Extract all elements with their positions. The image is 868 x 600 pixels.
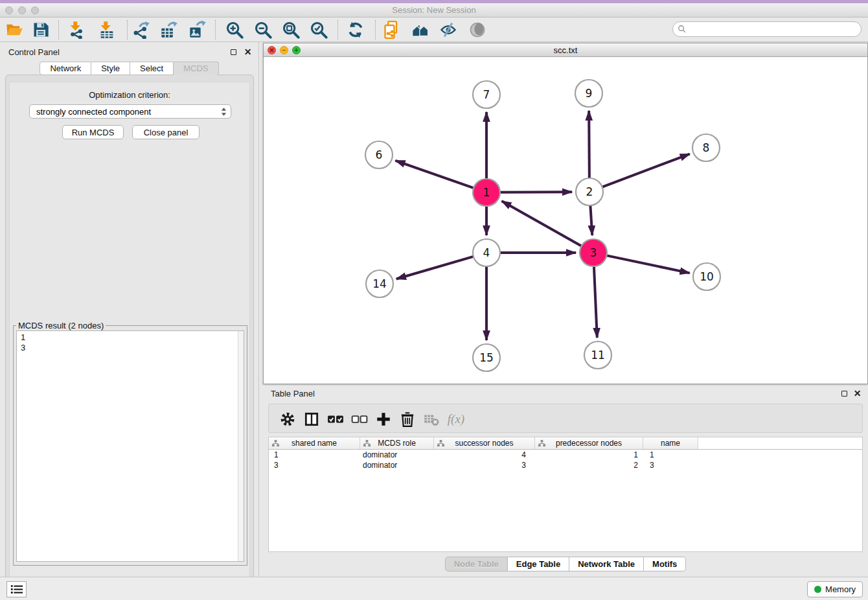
tab-edge-table[interactable]: Edge Table: [508, 557, 569, 571]
tab-network-table[interactable]: Network Table: [569, 557, 644, 571]
export-network-button[interactable]: [131, 19, 152, 40]
tab-style[interactable]: Style: [91, 62, 130, 75]
tab-motifs[interactable]: Motifs: [644, 557, 686, 571]
graph-edge-4-14[interactable]: [396, 257, 474, 279]
column-header-predecessor-nodes[interactable]: predecessor nodes: [535, 437, 643, 449]
graph-edge-3-11[interactable]: [594, 266, 597, 338]
column-header-mcds-role[interactable]: MCDS role: [360, 437, 434, 449]
graph-edge-1-2[interactable]: [500, 192, 572, 192]
table-panel: Table Panel ✕: [263, 386, 868, 577]
zoom-selected-button[interactable]: [308, 19, 329, 40]
network-graph[interactable]: 1234678910111415: [264, 57, 867, 384]
zoom-in-button[interactable]: [224, 19, 245, 40]
graph-edge-2-8[interactable]: [602, 154, 690, 187]
table-row[interactable]: 3dominator323: [269, 460, 862, 470]
graph-node-3[interactable]: 3: [580, 239, 607, 266]
graph-node-14[interactable]: 14: [366, 270, 393, 297]
graph-node-6[interactable]: 6: [365, 141, 393, 168]
table-cell[interactable]: 2: [535, 460, 643, 470]
table-row[interactable]: 1dominator411: [269, 450, 862, 460]
hide-selected-button[interactable]: [438, 19, 459, 40]
deselect-all-icon: [351, 411, 368, 428]
columns-icon: [303, 411, 320, 428]
table-cell[interactable]: 3: [643, 460, 698, 470]
float-panel-icon[interactable]: [229, 48, 238, 56]
mcds-result-box: 1 3: [16, 330, 244, 562]
save-session-button[interactable]: [30, 19, 51, 40]
mcds-result-scrollbar[interactable]: [238, 331, 244, 561]
select-all-button[interactable]: [325, 408, 347, 430]
graph-node-8[interactable]: 8: [692, 134, 720, 161]
mcds-result-text[interactable]: 1 3: [17, 331, 237, 561]
table-cell[interactable]: 4: [434, 450, 535, 460]
table-cell[interactable]: 1: [643, 450, 698, 460]
column-header-name[interactable]: name: [643, 437, 698, 449]
node-table: shared name MCDS role successor nodes pr…: [268, 437, 863, 552]
hierarchy-icon: [363, 440, 371, 447]
graph-node-11[interactable]: 11: [584, 341, 611, 369]
table-cell[interactable]: dominator: [360, 460, 434, 470]
run-mcds-button[interactable]: Run MCDS: [62, 125, 124, 139]
graph-node-1[interactable]: 1: [473, 179, 500, 206]
network-canvas[interactable]: 1234678910111415: [264, 57, 867, 384]
table-cell[interactable]: 1: [269, 450, 360, 460]
graph-edge-1-6[interactable]: [395, 161, 474, 188]
tab-node-table[interactable]: Node Table: [445, 557, 508, 571]
graph-edge-2-9[interactable]: [589, 111, 589, 178]
graph-edge-2-3[interactable]: [590, 205, 592, 235]
table-settings-button[interactable]: [277, 408, 299, 430]
graph-node-2[interactable]: 2: [576, 178, 603, 205]
refresh-network-button[interactable]: [345, 19, 366, 40]
svg-text:11: 11: [591, 349, 605, 362]
zoom-out-button[interactable]: [253, 19, 273, 40]
neighbors-button[interactable]: [410, 19, 431, 40]
clone-network-button[interactable]: [382, 19, 402, 40]
graph-node-10[interactable]: 10: [693, 263, 720, 290]
deselect-all-button[interactable]: [348, 408, 371, 430]
search-input[interactable]: [687, 23, 861, 35]
task-history-button[interactable]: [6, 581, 27, 597]
import-table-button[interactable]: [97, 19, 117, 40]
hide-selected-icon: [439, 21, 457, 39]
open-session-button[interactable]: [4, 19, 25, 40]
graph-node-9[interactable]: 9: [575, 80, 602, 107]
add-column-button[interactable]: [372, 408, 394, 430]
column-header-shared-name[interactable]: shared name: [269, 437, 360, 449]
status-bar: Memory: [0, 577, 868, 600]
tab-mcds[interactable]: MCDS: [174, 62, 218, 75]
tab-select[interactable]: Select: [130, 62, 174, 75]
graph-node-15[interactable]: 15: [473, 344, 500, 371]
render-sphere-button[interactable]: [467, 19, 488, 40]
criterion-select[interactable]: strongly connected component: [29, 104, 231, 119]
import-network-button[interactable]: [66, 19, 87, 40]
search-field[interactable]: [672, 21, 862, 37]
close-table-panel-icon[interactable]: ✕: [853, 389, 862, 398]
close-panel-button[interactable]: Close panel: [132, 125, 200, 139]
table-cell[interactable]: 3: [434, 460, 535, 470]
optimization-criterion-label: Optimization criterion:: [10, 90, 249, 100]
table-cell[interactable]: dominator: [360, 450, 434, 460]
import-network-icon: [67, 21, 86, 39]
graph-node-7[interactable]: 7: [473, 81, 500, 108]
delete-column-button[interactable]: [396, 408, 418, 430]
tab-network[interactable]: Network: [40, 62, 91, 75]
close-panel-icon[interactable]: ✕: [244, 48, 252, 56]
delete-table-button[interactable]: [420, 408, 442, 430]
graph-edge-3-10[interactable]: [607, 255, 690, 273]
function-builder-button[interactable]: f(x): [445, 408, 467, 430]
graph-edge-3-1[interactable]: [502, 201, 582, 246]
graph-node-4[interactable]: 4: [473, 239, 500, 266]
zoom-fit-button[interactable]: [280, 19, 301, 40]
refresh-icon: [347, 21, 365, 39]
hierarchy-icon: [538, 440, 545, 447]
zoom-in-icon: [225, 21, 244, 39]
memory-button[interactable]: Memory: [807, 581, 863, 597]
column-header-successor-nodes[interactable]: successor nodes: [434, 437, 535, 449]
export-image-button[interactable]: [187, 19, 208, 40]
table-cell[interactable]: 3: [269, 460, 360, 470]
export-table-button[interactable]: [159, 19, 179, 40]
show-columns-button[interactable]: [301, 408, 323, 430]
table-cell[interactable]: 1: [535, 450, 643, 460]
float-table-panel-icon[interactable]: [840, 389, 849, 398]
network-window-title: scc.txt: [264, 45, 867, 55]
